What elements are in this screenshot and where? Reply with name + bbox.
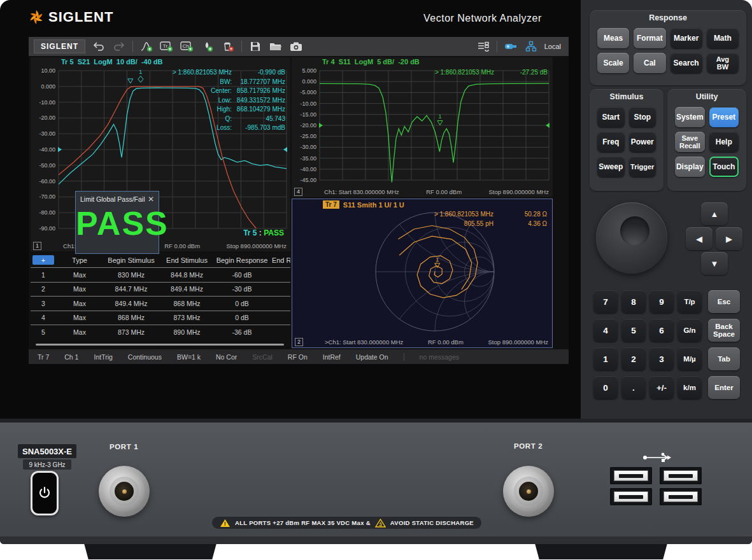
utility-title: Utility bbox=[667, 92, 746, 101]
format-button[interactable]: Format bbox=[634, 28, 665, 48]
table-row[interactable]: 5 bbox=[31, 325, 56, 339]
touch-button[interactable]: Touch bbox=[709, 157, 739, 177]
power-button[interactable]: Power bbox=[629, 132, 656, 152]
esc-button[interactable]: Esc bbox=[708, 290, 740, 313]
table-scrollbar[interactable] bbox=[36, 344, 284, 346]
add-marker-icon[interactable] bbox=[201, 39, 215, 53]
sweep-button[interactable]: Sweep bbox=[597, 157, 625, 177]
search-button[interactable]: Search bbox=[670, 53, 702, 73]
help-button[interactable]: Help bbox=[709, 132, 739, 152]
status-if-bandwidth[interactable]: BW=1 k bbox=[177, 353, 201, 361]
toolbar: SIGLENT Tr Ch bbox=[29, 37, 569, 56]
display-button[interactable]: Display bbox=[675, 157, 705, 177]
save-recall-button[interactable]: Save Recall bbox=[675, 132, 705, 152]
key-kilo-milli[interactable]: k/m bbox=[678, 376, 702, 399]
screen-bezel: SIGLENT Vector Network Analyzer SIGLENT … bbox=[0, 0, 581, 421]
system-button[interactable]: System bbox=[675, 107, 705, 127]
key-tera-pico[interactable]: T/p bbox=[678, 290, 702, 313]
status-update[interactable]: Update On bbox=[356, 353, 388, 361]
arrow-left-button[interactable]: ◀ bbox=[686, 227, 713, 250]
key-9[interactable]: 9 bbox=[649, 290, 674, 313]
key-5[interactable]: 5 bbox=[621, 319, 646, 342]
add-trace-icon[interactable] bbox=[139, 39, 153, 53]
warning-triangle-icon: ! bbox=[220, 519, 231, 528]
network-lan-icon[interactable] bbox=[524, 39, 538, 53]
status-channel[interactable]: Ch 1 bbox=[64, 353, 78, 361]
status-reference[interactable]: IntRef bbox=[323, 353, 341, 361]
key-giga-nano[interactable]: G/n bbox=[678, 319, 702, 342]
tr4-s11-chart-pane[interactable]: Tr 4 S11 LogM 5 dB/ -20 dB 5.0000.000-5.… bbox=[292, 57, 553, 197]
status-trigger-source[interactable]: IntTrig bbox=[94, 353, 112, 361]
rotary-knob[interactable] bbox=[596, 202, 667, 274]
table-row[interactable]: 3 bbox=[31, 296, 56, 311]
arrow-right-button[interactable]: ▶ bbox=[716, 227, 742, 250]
redo-icon[interactable] bbox=[112, 39, 126, 53]
toolbar-menu-button[interactable]: SIGLENT bbox=[34, 39, 85, 53]
tr4-chart-title: Tr 4 S11 LogM 5 dB/ -20 dB bbox=[322, 58, 420, 66]
tab-button[interactable]: Tab bbox=[708, 347, 740, 370]
trigger-button[interactable]: Trigger bbox=[629, 157, 656, 177]
marker-button[interactable]: Marker bbox=[670, 28, 702, 48]
enter-button[interactable]: Enter bbox=[708, 376, 740, 399]
math-button[interactable]: Math bbox=[707, 28, 739, 48]
start-button[interactable]: Start bbox=[597, 107, 625, 127]
key-1[interactable]: 1 bbox=[593, 347, 618, 370]
table-row[interactable]: 4 bbox=[31, 311, 56, 325]
marker-label: 1 bbox=[139, 69, 142, 75]
key-6[interactable]: 6 bbox=[649, 319, 674, 342]
arrow-down-button[interactable]: ▼ bbox=[701, 252, 728, 275]
key-8[interactable]: 8 bbox=[621, 290, 646, 313]
ref-level-arrow bbox=[546, 123, 550, 128]
key-plus-minus[interactable]: +/- bbox=[649, 376, 674, 399]
key-3[interactable]: 3 bbox=[649, 347, 674, 370]
y-tick-label: -20.00 bbox=[300, 122, 316, 129]
port2-label: PORT 2 bbox=[514, 442, 543, 450]
add-trace-tr-icon[interactable]: Tr bbox=[160, 39, 174, 53]
usb-device-icon[interactable] bbox=[504, 39, 518, 53]
arrow-up-button[interactable]: ▲ bbox=[701, 202, 728, 225]
status-rf[interactable]: RF On bbox=[288, 353, 308, 361]
scale-button[interactable]: Scale bbox=[597, 53, 629, 73]
panel-seam bbox=[0, 419, 752, 423]
add-channel-ch-icon[interactable]: Ch bbox=[180, 39, 194, 53]
power-button[interactable] bbox=[31, 471, 59, 515]
save-icon[interactable] bbox=[248, 39, 262, 53]
cal-button[interactable]: Cal bbox=[634, 53, 665, 73]
key-0[interactable]: 0 bbox=[593, 376, 618, 399]
y-tick-label: -10.00 bbox=[300, 101, 316, 107]
open-folder-icon[interactable] bbox=[269, 39, 283, 53]
preset-button[interactable]: Preset bbox=[709, 107, 739, 127]
table-row[interactable]: 2 bbox=[31, 282, 56, 297]
response-section: Response Meas Format Marker Math Scale C… bbox=[590, 10, 746, 85]
close-icon[interactable]: ✕ bbox=[148, 195, 154, 204]
key-decimal[interactable]: . bbox=[621, 376, 646, 399]
device-foot-left bbox=[82, 544, 219, 559]
key-mega-micro[interactable]: M/µ bbox=[678, 347, 702, 370]
undo-icon[interactable] bbox=[92, 39, 106, 53]
meas-button[interactable]: Meas bbox=[597, 28, 629, 48]
status-trace[interactable]: Tr 7 bbox=[38, 353, 49, 361]
screenshot-camera-icon[interactable] bbox=[289, 39, 303, 53]
readout-line: Low:849.331572 MHz bbox=[173, 96, 285, 106]
backspace-button[interactable]: Back Space bbox=[708, 319, 740, 342]
status-correction[interactable]: No Cor bbox=[216, 353, 237, 361]
status-source-cal[interactable]: SrcCal bbox=[252, 353, 273, 361]
table-row[interactable]: 1 bbox=[31, 267, 56, 282]
freq-button[interactable]: Freq bbox=[597, 132, 625, 152]
y-tick-label: -90.00 bbox=[39, 225, 55, 232]
stop-button[interactable]: Stop bbox=[629, 107, 656, 127]
display-layout-icon[interactable] bbox=[476, 39, 490, 53]
limit-header-end-response: End Response bbox=[269, 253, 290, 267]
local-mode-label[interactable]: Local bbox=[544, 43, 561, 50]
delete-icon[interactable] bbox=[221, 39, 235, 53]
tr5-footer: 1 Ch1: Start 830.000000 MHz RF 0.00 dBm … bbox=[32, 241, 289, 251]
key-7[interactable]: 7 bbox=[593, 290, 618, 313]
readout-line: Q:45.743 bbox=[173, 115, 285, 124]
avg-bw-button[interactable]: Avg BW bbox=[707, 53, 739, 73]
limit-header-end-stimulus: End Stimulus bbox=[159, 253, 215, 267]
smith-chart-pane[interactable]: Tr 7 S11 Smith 1 U/ 1 U 1 > 1:860.821053… bbox=[292, 199, 553, 348]
add-limit-row-button[interactable]: + bbox=[32, 255, 54, 265]
key-4[interactable]: 4 bbox=[593, 319, 618, 342]
key-2[interactable]: 2 bbox=[621, 347, 646, 370]
status-sweep-mode[interactable]: Continuous bbox=[128, 353, 162, 361]
